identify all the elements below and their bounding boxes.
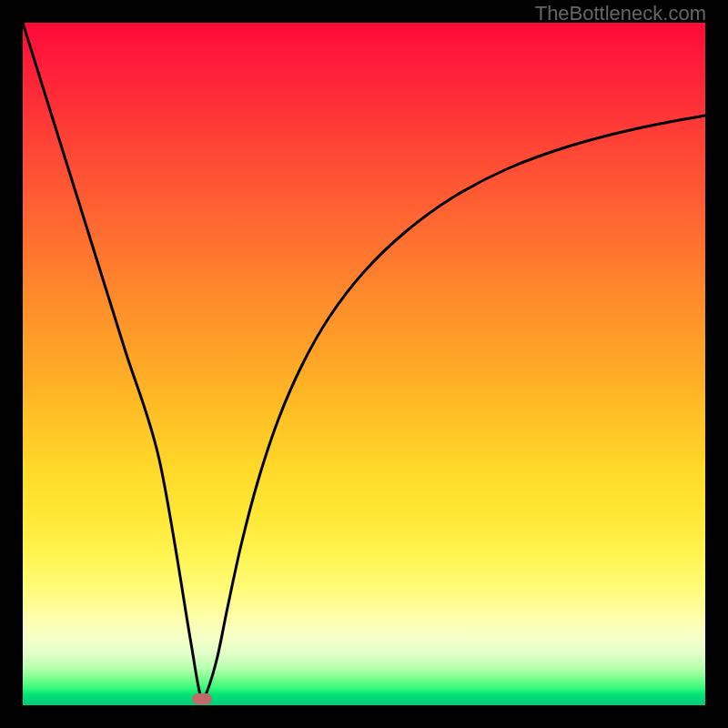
watermark-text: TheBottleneck.com [535, 2, 706, 25]
chart-frame: TheBottleneck.com [0, 0, 728, 728]
bottleneck-curve [23, 23, 705, 699]
curve-layer [23, 23, 705, 705]
plot-area [23, 23, 705, 705]
minimum-marker [192, 693, 212, 704]
